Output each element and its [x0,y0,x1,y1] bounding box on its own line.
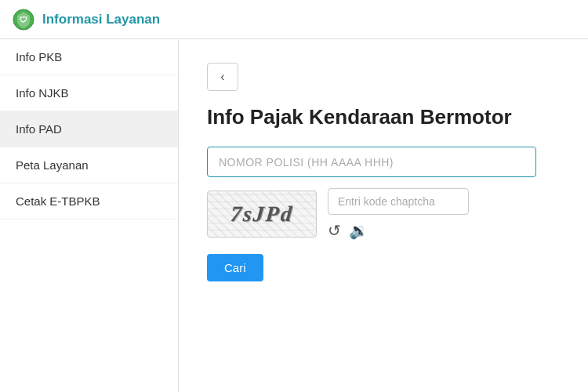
captcha-actions: ↺ 🔉 [328,221,469,240]
header: 🛡 Informasi Layanan [0,0,588,39]
captcha-row: 7sJPd ↺ 🔉 [207,188,560,240]
header-logo-icon: 🛡 [13,9,34,31]
captcha-text: 7sJPd [230,201,295,227]
captcha-right-panel: ↺ 🔉 [328,188,469,240]
sidebar-item-cetak-etbpkb[interactable]: Cetak E-TBPKB [0,183,178,220]
main-content: ‹ Info Pajak Kendaraan Bermotor 7sJPd ↺ … [179,39,588,392]
refresh-captcha-icon[interactable]: ↺ [328,221,341,240]
sidebar-item-info-pad[interactable]: Info PAD [0,111,178,147]
sidebar-item-peta-layanan[interactable]: Peta Layanan [0,147,178,183]
layout: Info PKB Info NJKB Info PAD Peta Layanan… [0,39,588,392]
captcha-image: 7sJPd [207,191,317,238]
audio-captcha-icon[interactable]: 🔉 [349,221,368,240]
sidebar: Info PKB Info NJKB Info PAD Peta Layanan… [0,39,179,392]
captcha-input[interactable] [328,188,469,215]
back-button[interactable]: ‹ [207,63,238,91]
police-number-input[interactable] [207,147,536,177]
sidebar-item-info-njkb[interactable]: Info NJKB [0,75,178,111]
page-title: Info Pajak Kendaraan Bermotor [207,105,560,129]
sidebar-item-info-pkb[interactable]: Info PKB [0,39,178,75]
header-title: Informasi Layanan [42,12,160,27]
svg-text:🛡: 🛡 [20,16,27,24]
search-button[interactable]: Cari [207,254,263,281]
